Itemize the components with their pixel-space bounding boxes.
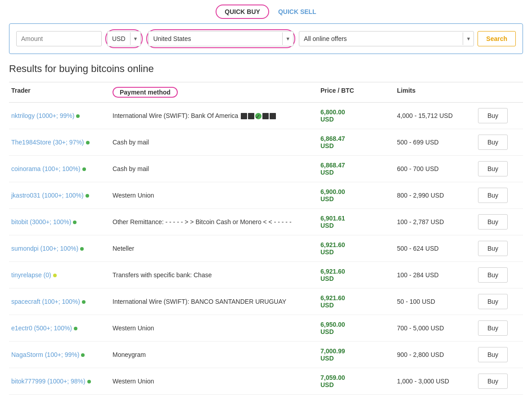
limits-cell: 800 - 2,990 USD [397, 192, 478, 199]
trader-link[interactable]: nktrilogy (1000+; 99%) [11, 112, 74, 119]
currency-dropdown[interactable]: USD ▼ [107, 31, 141, 46]
action-cell: Buy [478, 294, 523, 309]
trader-cell: bitok777999 (1000+; 98%) [9, 378, 113, 385]
table-row: bitobit (3000+; 100%) Other Remittance: … [9, 209, 523, 235]
price-cell: 7,000.99USD [320, 347, 397, 362]
buy-button[interactable]: Buy [478, 374, 508, 389]
trader-link[interactable]: bitok777999 (1000+; 98%) [11, 378, 86, 385]
payment-cell: Moneygram [113, 351, 320, 358]
payment-cell: International Wire (SWIFT): Bank Of Amer… [113, 112, 320, 119]
buy-button[interactable]: Buy [478, 135, 508, 150]
payment-cell: International Wire (SWIFT): BANCO SANTAN… [113, 298, 320, 305]
payment-cell: Cash by mail [113, 165, 320, 172]
limits-text: 500 - 624 USD [397, 245, 439, 252]
buy-button[interactable]: Buy [478, 241, 508, 256]
buy-button[interactable]: Buy [478, 108, 508, 123]
trader-cell: jkastro031 (1000+; 100%) [9, 192, 113, 199]
limits-cell: 50 - 100 USD [397, 298, 478, 305]
price-value: 7,059.00USD [320, 374, 345, 388]
online-dot [73, 221, 77, 224]
table-row: nktrilogy (1000+; 99%) International Wir… [9, 103, 523, 129]
quick-buy-button[interactable]: QUICK BUY [216, 5, 269, 19]
action-cell: Buy [478, 161, 523, 176]
price-cell: 6,868.47USD [320, 162, 397, 176]
trader-link[interactable]: coinorama (100+; 100%) [11, 165, 81, 172]
icon-black1 [241, 113, 247, 119]
table-body: nktrilogy (1000+; 99%) International Wir… [9, 103, 523, 395]
payment-method-text: Transfers with specific bank: Chase [113, 271, 212, 279]
table-row: NagaStorm (100+; 99%) Moneygram 7,000.99… [9, 342, 523, 368]
buy-button[interactable]: Buy [478, 267, 508, 283]
trader-link[interactable]: spacecraft (100+; 100%) [11, 298, 80, 305]
limits-text: 50 - 100 USD [397, 298, 435, 305]
col-header-trader: Trader [9, 87, 113, 98]
price-value: 6,921.60USD [320, 241, 345, 256]
table-row: sumondpi (100+; 100%) Neteller 6,921.60U… [9, 235, 523, 262]
buy-button[interactable]: Buy [478, 320, 508, 336]
payment-method-text: Western Union [113, 324, 154, 332]
online-dot [76, 114, 80, 118]
search-button[interactable]: Search [478, 31, 516, 46]
icon-black2 [248, 113, 254, 119]
trader-link[interactable]: bitobit (3000+; 100%) [11, 218, 71, 225]
trader-link[interactable]: tinyrelapse (0) [11, 271, 51, 279]
trader-link[interactable]: NagaStorm (100+; 99%) [11, 351, 79, 358]
limits-cell: 500 - 624 USD [397, 245, 478, 252]
trader-link[interactable]: e1ectr0 (500+; 100%) [11, 324, 72, 332]
payment-method-text: Other Remittance: - - - - - > > Bitcoin … [113, 218, 292, 225]
offers-arrow-icon[interactable]: ▼ [463, 32, 473, 45]
trader-link[interactable]: jkastro031 (1000+; 100%) [11, 192, 84, 199]
action-cell: Buy [478, 108, 523, 123]
price-cell: 6,901.61USD [320, 215, 397, 229]
buy-button[interactable]: Buy [478, 188, 508, 203]
payment-cell: Neteller [113, 245, 320, 252]
offers-value: All online offers [299, 32, 463, 46]
trader-link[interactable]: The1984Store (30+; 97%) [11, 139, 84, 146]
payment-method-text: Western Union [113, 378, 154, 385]
buy-button[interactable]: Buy [478, 347, 508, 362]
limits-cell: 600 - 700 USD [397, 165, 478, 172]
results-section: Results for buying bitcoins online Trade… [0, 63, 532, 395]
country-dropdown[interactable]: United States ▼ [148, 31, 293, 46]
price-cell: 6,868.47USD [320, 135, 397, 149]
limits-text: 100 - 284 USD [397, 271, 439, 279]
buy-button[interactable]: Buy [478, 294, 508, 309]
action-cell: Buy [478, 320, 523, 336]
col-header-limits: Limits [397, 87, 478, 98]
amount-input[interactable] [16, 31, 102, 46]
country-arrow-icon[interactable]: ▼ [282, 32, 293, 45]
trader-cell: sumondpi (100+; 100%) [9, 245, 113, 252]
icon-black3 [262, 113, 269, 119]
trader-link[interactable]: sumondpi (100+; 100%) [11, 245, 78, 252]
price-value: 6,800.00USD [320, 108, 345, 123]
buy-button[interactable]: Buy [478, 161, 508, 176]
payment-cell: Western Union [113, 192, 320, 199]
payment-method-text: Cash by mail [113, 139, 149, 146]
table-row: The1984Store (30+; 97%) Cash by mail 6,8… [9, 129, 523, 156]
action-cell: Buy [478, 135, 523, 150]
price-cell: 6,921.60USD [320, 268, 397, 282]
limits-cell: 100 - 284 USD [397, 271, 478, 279]
action-cell: Buy [478, 214, 523, 230]
online-dot [74, 327, 77, 330]
table-row: e1ectr0 (500+; 100%) Western Union 6,950… [9, 315, 523, 342]
payment-cell: Western Union [113, 378, 320, 385]
online-dot [80, 247, 84, 251]
offers-dropdown[interactable]: All online offers ▼ [299, 31, 474, 46]
currency-arrow-icon[interactable]: ▼ [130, 32, 141, 45]
trader-cell: bitobit (3000+; 100%) [9, 218, 113, 225]
top-bar: QUICK BUY QUICK SELL [0, 0, 532, 23]
price-cell: 6,921.60USD [320, 241, 397, 256]
search-bar: USD ▼ United States ▼ All online offers … [9, 23, 523, 54]
limits-text: 500 - 699 USD [397, 139, 439, 146]
price-value: 6,921.60USD [320, 294, 345, 309]
online-dot [53, 274, 57, 277]
online-dot [87, 380, 91, 383]
results-title: Results for buying bitcoins online [9, 63, 523, 75]
price-value: 7,000.99USD [320, 347, 345, 362]
trader-cell: tinyrelapse (0) [9, 271, 113, 279]
price-value: 6,921.60USD [320, 268, 345, 282]
quick-sell-button[interactable]: QUICK SELL [278, 8, 316, 15]
buy-button[interactable]: Buy [478, 214, 508, 230]
payment-method-text: International Wire (SWIFT): BANCO SANTAN… [113, 298, 286, 305]
